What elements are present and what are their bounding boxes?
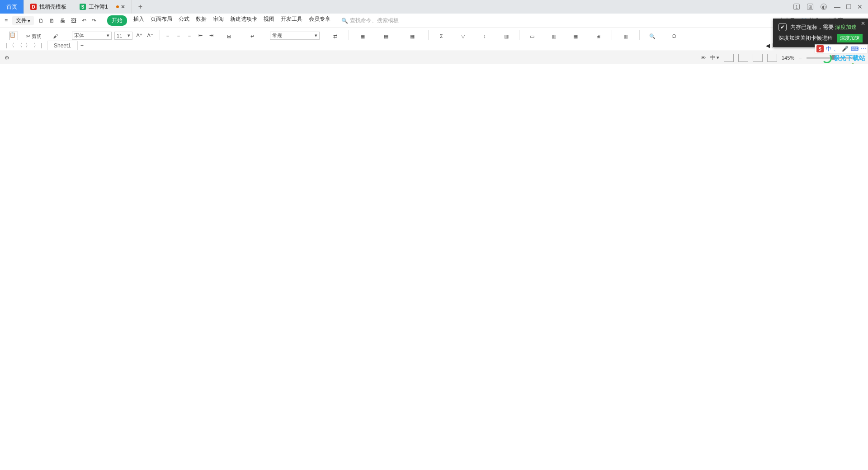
new-tab-button[interactable]: + xyxy=(132,0,149,14)
tab-home-label: 首页 xyxy=(6,3,17,11)
cells-icon: ▭ xyxy=(530,33,534,39)
chevron-down-icon: ▾ xyxy=(107,33,109,38)
wrap-icon: ↵ xyxy=(250,33,255,39)
view-normal-button[interactable] xyxy=(724,54,734,62)
tab-view[interactable]: 视图 xyxy=(264,15,274,26)
ribbon-tabs: 开始 插入 页面布局 公式 数据 审阅 新建选项卡 视图 开发工具 会员专享 xyxy=(107,15,330,26)
template-icon: D xyxy=(30,4,37,10)
preview-icon[interactable]: 🖾 xyxy=(71,18,76,24)
ime-indicator[interactable]: 中 ▾ xyxy=(710,54,719,61)
zoom-value: 145% xyxy=(782,55,794,61)
toast-action-button[interactable]: 深度加速 xyxy=(837,34,863,42)
tab-insert[interactable]: 插入 xyxy=(133,15,144,26)
tab-workbook-1[interactable]: S工作簿1✕ xyxy=(73,0,132,14)
layout-icon[interactable]: 1 xyxy=(793,4,800,10)
sheet-nav-first[interactable]: ｜〈 xyxy=(4,42,14,49)
hamburger-icon[interactable]: ≡ xyxy=(5,18,8,24)
file-menu-button[interactable]: 文件▾ xyxy=(12,16,34,25)
align-mid-icon[interactable]: ≡ xyxy=(175,32,183,40)
magnifier-icon: 🔍 xyxy=(649,33,656,39)
sheet-nav-last[interactable]: 〉｜ xyxy=(33,42,44,49)
chevron-down-icon: ▾ xyxy=(315,33,317,38)
unsaved-dot-icon xyxy=(116,5,119,8)
cell-fmt-icon: ▦ xyxy=(410,33,415,39)
tab-review[interactable]: 审阅 xyxy=(213,15,224,26)
avatar-icon[interactable]: ◐ xyxy=(821,4,827,10)
ime-mic-icon[interactable]: 🎤 xyxy=(842,46,849,52)
convert-icon: ⇄ xyxy=(333,33,337,39)
ime-bar[interactable]: S 中 、 🎤 ⌨ ⋯ xyxy=(815,44,868,53)
window-minimize-button[interactable]: — xyxy=(834,3,840,10)
view-break-button[interactable] xyxy=(753,54,763,62)
chevron-down-icon: ▾ xyxy=(127,33,130,38)
tab-page-layout[interactable]: 页面布局 xyxy=(151,15,172,26)
toast-close-button[interactable]: ✕ xyxy=(861,20,865,27)
freeze-icon: ⊞ xyxy=(596,33,600,39)
clipboard-icon: 📋 xyxy=(9,32,18,41)
shield-icon: ✔ xyxy=(778,23,787,31)
title-right: 1 ⊞ ◐ — ☐ ✕ xyxy=(793,3,868,10)
paintbrush-icon: 🖌 xyxy=(53,33,58,39)
ime-more-icon[interactable]: ⋯ xyxy=(861,46,866,52)
add-sheet-button[interactable]: + xyxy=(80,42,84,49)
file-bar: ≡ 文件▾ 🗋 🗎 🖶 🖾 ↶ ↷ 开始 插入 页面布局 公式 数据 审阅 新建… xyxy=(0,14,868,28)
sheet-tab-bar: ｜〈 〈 〉 〉｜ Sheet1 + xyxy=(0,40,766,51)
command-search[interactable]: 🔍 查找命令、搜索模板 xyxy=(341,17,399,24)
quick-access-toolbar: 🗋 🗎 🖶 🖾 ↶ ↷ xyxy=(38,18,96,24)
tab-data[interactable]: 数据 xyxy=(196,15,207,26)
ime-logo-icon: S xyxy=(816,45,824,52)
tab-start[interactable]: 开始 xyxy=(107,15,127,26)
tab-formula[interactable]: 公式 xyxy=(179,15,189,26)
sheet-tab-1[interactable]: Sheet1 xyxy=(47,41,78,50)
indent-inc-icon[interactable]: ⇥ xyxy=(207,32,215,40)
print-icon[interactable]: 🖶 xyxy=(60,18,66,24)
tab-workbook-label: 工作簿1 xyxy=(89,3,108,11)
ime-keyboard-icon[interactable]: ⌨ xyxy=(851,46,859,52)
number-format-select[interactable]: 常规▾ xyxy=(270,32,320,40)
font-name-select[interactable]: 宋体▾ xyxy=(72,32,112,40)
sheet-nav-prev[interactable]: 〈 xyxy=(17,42,23,49)
ws-icon: ▦ xyxy=(573,33,578,39)
cut-button[interactable]: ✂ 剪切 xyxy=(26,33,42,40)
sheet-nav-next[interactable]: 〉 xyxy=(25,42,31,49)
toast-heading: 内存已超标，需要 深度加速 xyxy=(790,24,857,31)
zoom-out-button[interactable]: − xyxy=(799,55,802,61)
tab-home[interactable]: 首页 xyxy=(0,0,24,14)
font-size-select[interactable]: 11▾ xyxy=(114,32,132,40)
font-name-value: 宋体 xyxy=(74,32,84,39)
tab-vip[interactable]: 会员专享 xyxy=(309,15,330,26)
increase-font-icon[interactable]: A⁺ xyxy=(135,32,143,40)
sigma-icon: Σ xyxy=(440,33,443,39)
tab-dev[interactable]: 开发工具 xyxy=(281,15,302,26)
watermark-text: 极光下载站 xyxy=(834,54,865,62)
settings-gear-icon[interactable]: ⚙ xyxy=(5,55,9,61)
open-icon[interactable]: 🗎 xyxy=(49,18,55,24)
filter-icon: ▽ xyxy=(461,33,465,39)
ime-punct-icon[interactable]: 、 xyxy=(834,45,839,53)
undo-icon[interactable]: ↶ xyxy=(82,18,86,24)
new-icon[interactable]: 🗋 xyxy=(38,18,44,24)
tab-templates[interactable]: D找稻壳模板 xyxy=(24,0,73,14)
view-reader-button[interactable] xyxy=(767,54,777,62)
redo-icon[interactable]: ↷ xyxy=(92,18,96,24)
eye-icon[interactable]: 👁 xyxy=(701,55,706,61)
title-bar: 首页 D找稻壳模板 S工作簿1✕ + 1 ⊞ ◐ — ☐ ✕ xyxy=(0,0,868,14)
window-maximize-button[interactable]: ☐ xyxy=(846,3,852,10)
indent-dec-icon[interactable]: ⇤ xyxy=(196,32,204,40)
cond-fmt-icon: ▦ xyxy=(360,33,365,39)
decrease-font-icon[interactable]: A⁻ xyxy=(146,32,154,40)
search-placeholder: 查找命令、搜索模板 xyxy=(350,17,399,24)
symbol-icon: Ω xyxy=(672,33,676,39)
watermark: 极光下载站 www.xz7.com xyxy=(822,53,865,63)
tab-custom[interactable]: 新建选项卡 xyxy=(230,15,257,26)
window-close-button[interactable]: ✕ xyxy=(857,3,863,10)
apps-icon[interactable]: ⊞ xyxy=(807,4,813,10)
number-format-value: 常规 xyxy=(272,32,282,39)
ime-lang[interactable]: 中 xyxy=(826,45,831,53)
table-fmt-icon: ▦ xyxy=(384,33,388,39)
plus-icon: + xyxy=(138,3,142,11)
align-top-icon[interactable]: ≡ xyxy=(164,32,172,40)
view-page-button[interactable] xyxy=(738,54,748,62)
tab-close-icon[interactable]: ✕ xyxy=(121,4,125,10)
align-bot-icon[interactable]: ≡ xyxy=(185,32,193,40)
